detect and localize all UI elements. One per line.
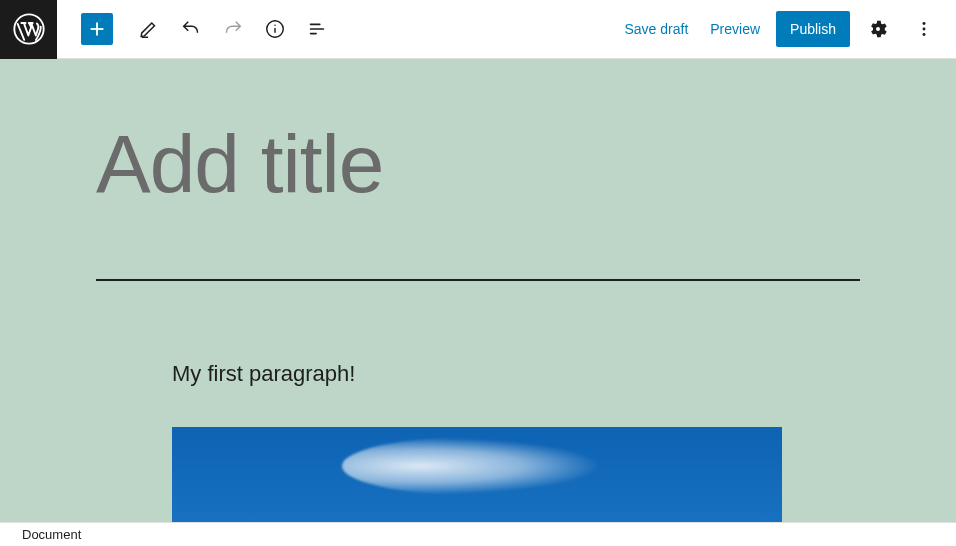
- breadcrumb[interactable]: Document: [22, 527, 81, 542]
- svg-point-10: [876, 27, 880, 31]
- post-title-input[interactable]: Add title: [96, 119, 860, 209]
- image-block[interactable]: [172, 427, 782, 522]
- wordpress-icon: [13, 13, 45, 45]
- separator-block[interactable]: [96, 279, 860, 281]
- wordpress-logo-button[interactable]: [0, 0, 57, 59]
- add-block-button[interactable]: [81, 13, 113, 45]
- post-body: My first paragraph!: [96, 361, 860, 522]
- details-button[interactable]: [257, 11, 293, 47]
- undo-button[interactable]: [173, 11, 209, 47]
- more-vertical-icon: [913, 18, 935, 40]
- redo-button[interactable]: [215, 11, 251, 47]
- canvas-inner: Add title My first paragraph!: [0, 59, 956, 522]
- editor-footer: Document: [0, 522, 956, 546]
- svg-point-6: [274, 25, 275, 26]
- svg-point-13: [923, 33, 926, 36]
- editor-toolbar: [57, 11, 335, 47]
- info-icon: [264, 18, 286, 40]
- image-placeholder-cloud: [342, 437, 602, 495]
- app-root: Save draft Preview Publish Add title My …: [0, 0, 956, 546]
- more-options-button[interactable]: [906, 11, 942, 47]
- edit-tool-button[interactable]: [131, 11, 167, 47]
- editor-canvas[interactable]: Add title My first paragraph!: [0, 59, 956, 522]
- gear-icon: [867, 18, 889, 40]
- outline-button[interactable]: [299, 11, 335, 47]
- svg-point-0: [14, 14, 43, 43]
- publish-button[interactable]: Publish: [776, 11, 850, 47]
- svg-point-11: [923, 22, 926, 25]
- editor-topbar: Save draft Preview Publish: [0, 0, 956, 59]
- plus-icon: [86, 18, 108, 40]
- outline-icon: [306, 18, 328, 40]
- settings-button[interactable]: [860, 11, 896, 47]
- pencil-icon: [138, 18, 160, 40]
- preview-button[interactable]: Preview: [704, 13, 766, 45]
- redo-icon: [222, 18, 244, 40]
- svg-point-12: [923, 28, 926, 31]
- top-actions: Save draft Preview Publish: [618, 11, 956, 47]
- paragraph-block[interactable]: My first paragraph!: [172, 361, 784, 387]
- undo-icon: [180, 18, 202, 40]
- save-draft-button[interactable]: Save draft: [618, 13, 694, 45]
